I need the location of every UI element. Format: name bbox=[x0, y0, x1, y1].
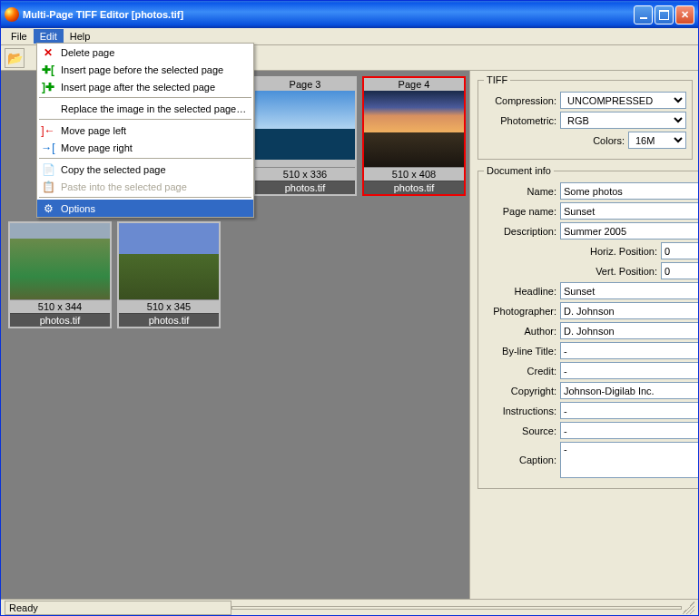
thumbnail-page-3[interactable]: Page 3 510 x 336 photos.tif bbox=[253, 76, 357, 196]
compression-select[interactable]: UNCOMPRESSED bbox=[560, 92, 686, 109]
menu-delete-page[interactable]: ✕ Delete page bbox=[37, 44, 253, 61]
author-input[interactable] bbox=[560, 322, 698, 339]
titlebar: Multi-Page TIFF Editor [photos.tif] bbox=[1, 1, 698, 28]
menu-file[interactable]: File bbox=[5, 29, 34, 44]
delete-icon: ✕ bbox=[41, 45, 55, 60]
resize-grip[interactable] bbox=[682, 601, 694, 614]
menu-insert-before[interactable]: ✚[ Insert page before the selected page bbox=[37, 61, 253, 78]
copy-icon: 📄 bbox=[41, 162, 55, 177]
thumbnail-page-4[interactable]: Page 4 510 x 408 photos.tif bbox=[362, 76, 466, 196]
byline-input[interactable] bbox=[560, 342, 698, 359]
photographer-input[interactable] bbox=[560, 302, 698, 319]
tiff-group: TIFF Compression: UNCOMPRESSED Photometr… bbox=[477, 74, 693, 160]
source-input[interactable] bbox=[560, 422, 698, 439]
app-icon bbox=[5, 7, 19, 22]
colors-select[interactable]: 16M bbox=[628, 132, 686, 149]
minimize-button[interactable] bbox=[634, 5, 653, 24]
insert-before-icon: ✚[ bbox=[41, 63, 55, 77]
menu-replace-image[interactable]: Replace the image in the selected page… bbox=[37, 100, 253, 117]
menu-help[interactable]: Help bbox=[64, 29, 97, 44]
maximize-button[interactable] bbox=[655, 5, 674, 24]
window-title: Multi-Page TIFF Editor [photos.tif] bbox=[23, 9, 634, 20]
instructions-input[interactable] bbox=[560, 402, 698, 419]
name-input[interactable] bbox=[560, 182, 698, 200]
open-button[interactable]: 📂 bbox=[5, 48, 25, 68]
statusbar: Ready bbox=[1, 599, 698, 615]
page-name-input[interactable] bbox=[560, 202, 698, 220]
description-input[interactable] bbox=[560, 222, 698, 240]
headline-input[interactable] bbox=[560, 282, 698, 299]
status-ready: Ready bbox=[5, 601, 231, 615]
side-panel: TIFF Compression: UNCOMPRESSED Photometr… bbox=[469, 71, 698, 599]
insert-after-icon: ]✚ bbox=[41, 80, 55, 94]
paste-icon: 📋 bbox=[41, 180, 55, 194]
move-right-icon: →[ bbox=[41, 141, 55, 155]
app-window: Multi-Page TIFF Editor [photos.tif] File… bbox=[0, 0, 699, 616]
credit-input[interactable] bbox=[560, 362, 698, 379]
edit-dropdown: ✕ Delete page ✚[ Insert page before the … bbox=[36, 43, 254, 218]
menu-move-right[interactable]: →[ Move page right bbox=[37, 139, 253, 156]
caption-input[interactable]: - bbox=[560, 442, 698, 478]
menu-copy-page[interactable]: 📄 Copy the selected page bbox=[37, 161, 253, 178]
thumbnail-page-5[interactable]: 510 x 344 photos.tif bbox=[8, 221, 112, 328]
menu-insert-after[interactable]: ]✚ Insert page after the selected page bbox=[37, 78, 253, 95]
close-button[interactable] bbox=[675, 5, 694, 24]
photometric-select[interactable]: RGB bbox=[560, 112, 686, 129]
copyright-input[interactable] bbox=[560, 382, 698, 399]
menu-options[interactable]: ⚙ Options bbox=[37, 200, 253, 217]
thumbnail-page-6[interactable]: 510 x 345 photos.tif bbox=[117, 221, 221, 328]
vert-position-input[interactable] bbox=[661, 262, 698, 279]
menu-move-left[interactable]: ]← Move page left bbox=[37, 122, 253, 139]
menu-paste-page: 📋 Paste into the selected page bbox=[37, 178, 253, 195]
horiz-position-input[interactable] bbox=[661, 242, 698, 259]
menu-edit[interactable]: Edit bbox=[34, 29, 64, 44]
document-info-group: Document info Name: Page name: Descripti… bbox=[477, 165, 698, 489]
options-icon: ⚙ bbox=[41, 201, 55, 216]
move-left-icon: ]← bbox=[41, 123, 55, 138]
open-folder-icon: 📂 bbox=[7, 51, 23, 65]
